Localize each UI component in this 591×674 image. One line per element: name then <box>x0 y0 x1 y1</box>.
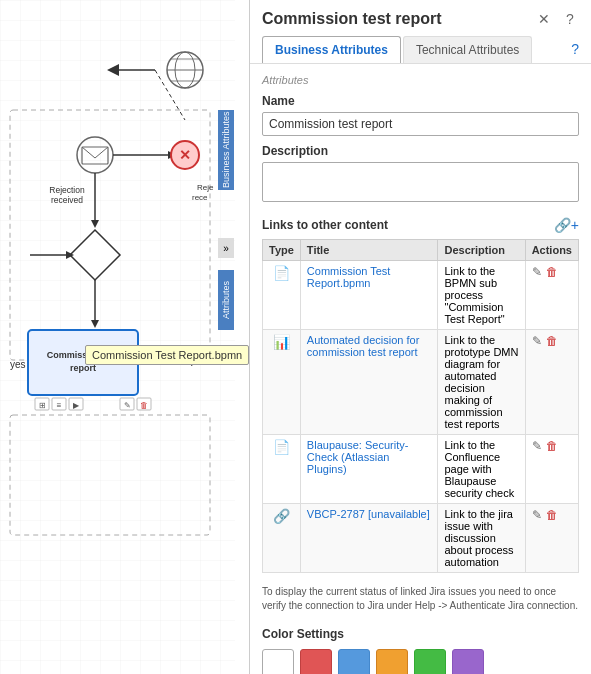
svg-text:≡: ≡ <box>57 401 62 410</box>
link-title[interactable]: Blaupause: Security-Check (Atlassian Plu… <box>307 439 409 475</box>
link-title[interactable]: VBCP-2787 [unavailable] <box>307 508 430 520</box>
expand-arrow[interactable]: » <box>218 238 234 258</box>
link-type-cell: 📄 <box>263 435 301 504</box>
edit-icon[interactable]: ✎ <box>532 508 542 522</box>
delete-icon[interactable]: 🗑 <box>546 334 558 348</box>
link-actions-cell: ✎ 🗑 <box>525 435 578 504</box>
svg-text:yes: yes <box>10 359 26 370</box>
svg-text:received: received <box>51 195 83 205</box>
table-row: 📄Blaupause: Security-Check (Atlassian Pl… <box>263 435 579 504</box>
link-description-cell: Link to the jira issue with discussion a… <box>438 504 525 573</box>
panel-body: Attributes Name Description Links to oth… <box>250 64 591 674</box>
color-settings-title: Color Settings <box>262 627 579 641</box>
help-icon[interactable]: ? <box>561 10 579 28</box>
link-title-cell[interactable]: VBCP-2787 [unavailable] <box>300 504 438 573</box>
link-type-cell: 📄 <box>263 261 301 330</box>
name-input[interactable] <box>262 112 579 136</box>
bpmn-tooltip: Commission Test Report.bpmn <box>85 345 249 365</box>
table-row: 🔗VBCP-2787 [unavailable]Link to the jira… <box>263 504 579 573</box>
tabs: Business Attributes Technical Attributes <box>262 36 534 63</box>
svg-text:▶: ▶ <box>73 401 80 410</box>
attributes-tab[interactable]: Attributes <box>218 270 234 330</box>
svg-text:⊞: ⊞ <box>39 401 46 410</box>
business-attributes-tab[interactable]: Business Attributes <box>218 110 234 190</box>
link-title-cell[interactable]: Blaupause: Security-Check (Atlassian Plu… <box>300 435 438 504</box>
col-type: Type <box>263 240 301 261</box>
jira-notice: To display the current status of linked … <box>262 581 579 617</box>
link-actions-cell: ✎ 🗑 <box>525 261 578 330</box>
panel-title-icons: ✕ ? <box>535 10 579 28</box>
color-swatches <box>262 649 579 674</box>
svg-text:🗑: 🗑 <box>140 401 148 410</box>
col-title: Title <box>300 240 438 261</box>
link-title[interactable]: Automated decision for commission test r… <box>307 334 420 358</box>
tab-help-icon[interactable]: ? <box>571 41 579 63</box>
right-panel: Commission test report ✕ ? Business Attr… <box>250 0 591 674</box>
tab-technical-attributes[interactable]: Technical Attributes <box>403 36 532 63</box>
panel-header: Commission test report ✕ ? Business Attr… <box>250 0 591 64</box>
edit-icon[interactable]: ✎ <box>532 265 542 279</box>
svg-text:Rejection: Rejection <box>49 185 85 195</box>
links-table: Type Title Description Actions 📄Commissi… <box>262 239 579 573</box>
delete-icon[interactable]: 🗑 <box>546 265 558 279</box>
bpmn-diagram: ✕ Commission test report ⊞ ≡ ▶ ✎ 🗑 <box>0 0 250 674</box>
link-type-cell: 🔗 <box>263 504 301 573</box>
link-title-cell[interactable]: Automated decision for commission test r… <box>300 330 438 435</box>
color-swatch[interactable] <box>300 649 332 674</box>
color-swatch[interactable] <box>262 649 294 674</box>
panel-title: Commission test report <box>262 10 442 28</box>
tab-business-attributes[interactable]: Business Attributes <box>262 36 401 63</box>
color-settings-section: Color Settings Text Color Fill Color <box>262 627 579 674</box>
name-field-label: Name <box>262 94 579 108</box>
description-input[interactable] <box>262 162 579 202</box>
color-swatch[interactable] <box>414 649 446 674</box>
link-type-cell: 📊 <box>263 330 301 435</box>
col-description: Description <box>438 240 525 261</box>
edit-icon[interactable]: ✎ <box>532 439 542 453</box>
attributes-section-label: Attributes <box>262 74 579 86</box>
link-description-cell: Link to the prototype DMN diagram for au… <box>438 330 525 435</box>
link-actions-cell: ✎ 🗑 <box>525 504 578 573</box>
svg-text:✎: ✎ <box>124 401 131 410</box>
link-title[interactable]: Commission Test Report.bpmn <box>307 265 391 289</box>
link-description-cell: Link to the BPMN sub process "Commision … <box>438 261 525 330</box>
svg-text:rece: rece <box>192 193 208 202</box>
link-title-cell[interactable]: Commission Test Report.bpmn <box>300 261 438 330</box>
link-actions-cell: ✎ 🗑 <box>525 330 578 435</box>
color-swatch[interactable] <box>376 649 408 674</box>
description-field-label: Description <box>262 144 579 158</box>
svg-text:Reje: Reje <box>197 183 214 192</box>
color-swatch[interactable] <box>338 649 370 674</box>
svg-text:✕: ✕ <box>179 147 191 163</box>
delete-icon[interactable]: 🗑 <box>546 508 558 522</box>
links-title: Links to other content <box>262 218 388 232</box>
delete-icon[interactable]: 🗑 <box>546 439 558 453</box>
link-description-cell: Link to the Confluence page with Blaupau… <box>438 435 525 504</box>
edit-icon[interactable]: ✎ <box>532 334 542 348</box>
table-row: 📄Commission Test Report.bpmnLink to the … <box>263 261 579 330</box>
add-link-button[interactable]: 🔗+ <box>554 217 579 233</box>
close-icon[interactable]: ✕ <box>535 10 553 28</box>
col-actions: Actions <box>525 240 578 261</box>
color-swatch[interactable] <box>452 649 484 674</box>
links-section-header: Links to other content 🔗+ <box>262 217 579 233</box>
table-row: 📊Automated decision for commission test … <box>263 330 579 435</box>
